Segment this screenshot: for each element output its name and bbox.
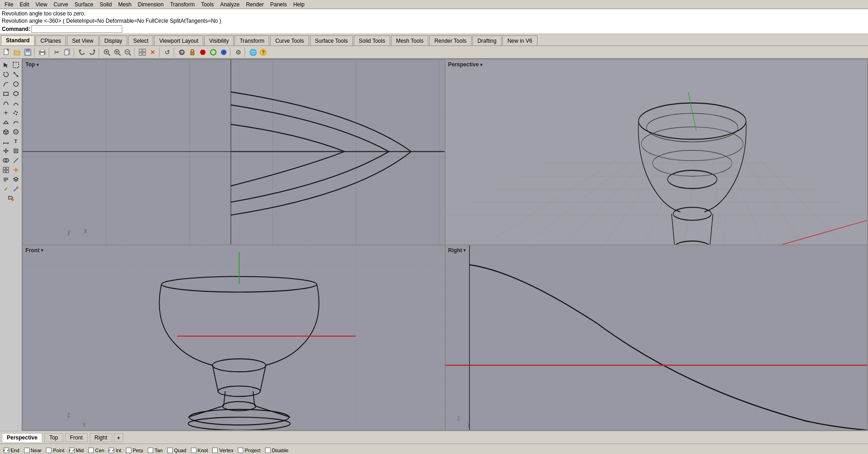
menu-tools[interactable]: Tools <box>198 1 216 8</box>
tb-open[interactable] <box>12 47 22 57</box>
lt-text[interactable]: T <box>11 137 20 146</box>
viewport-right-label[interactable]: Right ▾ <box>448 247 466 254</box>
tab-cplanes[interactable]: CPlanes <box>35 35 66 45</box>
menu-edit[interactable]: Edit <box>17 1 32 8</box>
tb-grid[interactable] <box>137 47 147 57</box>
menu-transform[interactable]: Transform <box>167 1 197 8</box>
lt-solid-box[interactable] <box>1 127 10 136</box>
tab-standard[interactable]: Standard <box>1 35 35 45</box>
vp-tab-right[interactable]: Right <box>90 433 112 442</box>
viewport-perspective-arrow[interactable]: ▾ <box>480 62 482 67</box>
vp-tab-front[interactable]: Front <box>65 433 88 442</box>
viewport-top[interactable]: Top ▾ y <box>23 60 445 244</box>
tb-render-preview[interactable] <box>177 47 187 57</box>
vp-tab-add[interactable]: + <box>114 433 123 442</box>
snap-end[interactable]: ✓ End <box>4 448 20 453</box>
menu-help[interactable]: Help <box>291 1 307 8</box>
tb-cut[interactable]: ✂ <box>52 47 62 57</box>
tab-curve-tools[interactable]: Curve Tools <box>270 35 309 45</box>
lt-polygon[interactable] <box>11 89 20 98</box>
tb-zoom-out[interactable] <box>123 47 133 57</box>
vp-tab-perspective[interactable]: Perspective <box>2 433 42 442</box>
snap-vertex-checkbox[interactable] <box>212 448 218 453</box>
lt-check[interactable]: ✓ <box>1 185 10 194</box>
lt-arc[interactable] <box>11 99 20 108</box>
viewport-perspective-label[interactable]: Perspective ▾ <box>448 61 482 68</box>
tab-visibility[interactable]: Visibility <box>204 35 234 45</box>
lt-properties[interactable] <box>1 175 10 184</box>
tb-delete[interactable]: ✕ <box>148 47 158 57</box>
tab-transform[interactable]: Transform <box>235 35 269 45</box>
snap-project-checkbox[interactable] <box>238 448 243 453</box>
lt-scale[interactable] <box>11 70 20 79</box>
menu-file[interactable]: File <box>2 1 16 8</box>
viewport-right-arrow[interactable]: ▾ <box>463 248 466 253</box>
snap-knot-checkbox[interactable] <box>191 448 196 453</box>
menu-dimension[interactable]: Dimension <box>135 1 166 8</box>
menu-mesh[interactable]: Mesh <box>115 1 134 8</box>
tb-zoom-in[interactable] <box>112 47 122 57</box>
lt-snap-toggle[interactable] <box>11 165 20 175</box>
lt-layers[interactable] <box>11 175 20 184</box>
viewport-top-arrow[interactable]: ▾ <box>36 62 39 67</box>
lt-grid-toggle[interactable] <box>1 165 10 175</box>
menu-surface[interactable]: Surface <box>72 1 96 8</box>
tb-green-circle[interactable] <box>208 47 218 57</box>
tb-help[interactable]: ? <box>258 47 268 57</box>
lt-nurbs-surface[interactable] <box>11 118 20 127</box>
command-input[interactable] <box>31 25 122 33</box>
menu-solid[interactable]: Solid <box>97 1 115 8</box>
tb-globe[interactable]: 🌐 <box>248 47 258 57</box>
lt-circle[interactable] <box>11 80 20 89</box>
lt-solid-sphere[interactable] <box>11 127 20 136</box>
viewport-front-arrow[interactable]: ▾ <box>41 248 43 253</box>
snap-tan-checkbox[interactable] <box>148 448 153 453</box>
snap-project[interactable]: Project <box>238 448 260 453</box>
snap-end-checkbox[interactable]: ✓ <box>4 448 9 453</box>
lt-point-cloud[interactable] <box>11 108 20 117</box>
tab-set-view[interactable]: Set View <box>67 35 98 45</box>
snap-perp-checkbox[interactable] <box>126 448 131 453</box>
lt-boolean-union[interactable] <box>1 156 10 165</box>
snap-point[interactable]: Point <box>46 448 64 453</box>
snap-cen-checkbox[interactable] <box>88 448 94 453</box>
menu-render[interactable]: Render <box>243 1 266 8</box>
tb-copy[interactable] <box>62 47 72 57</box>
lt-point[interactable] <box>1 108 10 117</box>
lt-move[interactable] <box>1 146 10 155</box>
lt-paint-bucket[interactable] <box>6 194 15 203</box>
lt-rectangle[interactable] <box>1 89 10 98</box>
snap-knot[interactable]: Knot <box>191 448 208 453</box>
tab-solid-tools[interactable]: Solid Tools <box>354 35 390 45</box>
snap-cen[interactable]: Cen <box>88 448 104 453</box>
tab-mesh-tools[interactable]: Mesh Tools <box>391 35 428 45</box>
snap-point-checkbox[interactable] <box>46 448 51 453</box>
tb-save[interactable] <box>23 47 33 57</box>
snap-disable-checkbox[interactable] <box>265 448 271 453</box>
snap-int[interactable]: ✓ Int <box>109 448 121 453</box>
lt-select-window[interactable] <box>11 60 20 70</box>
tb-red-dot[interactable] <box>198 47 208 57</box>
menu-view[interactable]: View <box>33 1 50 8</box>
lt-orient[interactable] <box>11 146 20 155</box>
tab-drafting[interactable]: Drafting <box>472 35 502 45</box>
lt-rotate[interactable] <box>1 70 10 79</box>
viewport-top-label[interactable]: Top ▾ <box>25 61 39 68</box>
tb-redo[interactable] <box>87 47 97 57</box>
tab-viewport-layout[interactable]: Viewport Layout <box>154 35 203 45</box>
vp-tab-top[interactable]: Top <box>44 433 63 442</box>
tb-zoom-extents[interactable] <box>102 47 112 57</box>
lt-dim-linear[interactable] <box>1 137 10 146</box>
snap-quad[interactable]: Quad <box>167 448 186 453</box>
menu-curve[interactable]: Curve <box>51 1 71 8</box>
lt-trim[interactable] <box>11 156 20 165</box>
snap-int-checkbox[interactable]: ✓ <box>109 448 114 453</box>
snap-tan[interactable]: Tan <box>148 448 163 453</box>
snap-vertex[interactable]: Vertex <box>212 448 233 453</box>
lt-select-arrow[interactable] <box>1 60 10 70</box>
snap-near[interactable]: Near <box>24 448 42 453</box>
viewport-perspective[interactable]: Perspective ▾ <box>446 60 868 244</box>
tb-rotate-cw[interactable]: ↺ <box>162 47 172 57</box>
menu-panels[interactable]: Panels <box>267 1 290 8</box>
viewport-right[interactable]: Right ▾ z y <box>446 245 868 430</box>
